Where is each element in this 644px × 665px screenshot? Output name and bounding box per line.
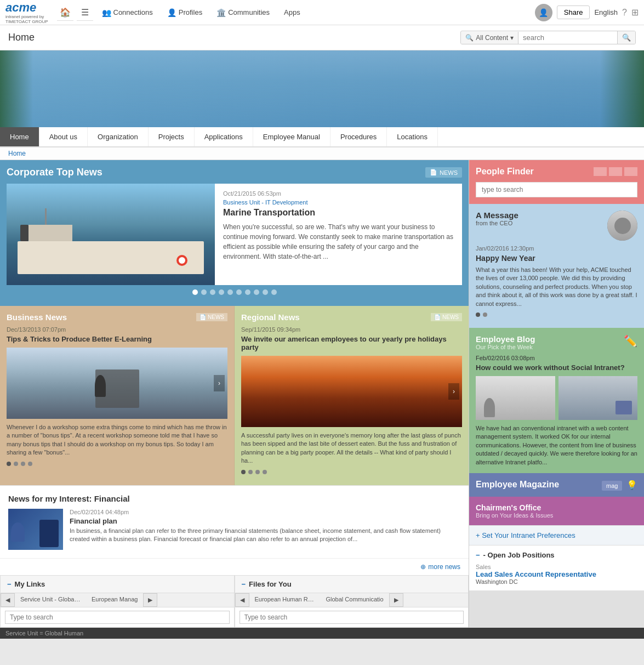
rn-dot-3[interactable] (255, 470, 260, 474)
news-icon: 📄 (430, 169, 437, 176)
business-next-arrow[interactable]: › (214, 375, 225, 391)
financial-card[interactable]: Dec/02/2014 04:48pm Financial plan In bu… (8, 509, 460, 550)
intranet-pref-label: + Set Your Intranet Preferences (476, 531, 575, 539)
ceo-message-widget: A Message from the CEO Jan/02/2016 12:30… (469, 204, 644, 328)
carousel-dot-4[interactable] (219, 289, 224, 295)
home-icon[interactable]: 🏠 (57, 4, 73, 21)
search-input[interactable] (518, 31, 617, 44)
regional-news-image (241, 356, 462, 427)
communities-nav[interactable]: 🏛️ Communities (211, 6, 275, 19)
regional-news-body: A successful party lives on in everyone'… (241, 431, 462, 465)
employee-mag-title: Employee Magazine (476, 480, 559, 490)
connections-icon: 👥 (102, 8, 111, 17)
ceo-dot-1[interactable] (476, 312, 480, 317)
bn-dot-4[interactable] (28, 462, 32, 466)
nav-tab-about[interactable]: About us (39, 127, 88, 146)
search-bar: 🔍 All Content ▾ 🔍 (460, 31, 636, 44)
lightbulb-icon: 💡 (626, 480, 637, 490)
files-collapse[interactable]: − (242, 580, 246, 588)
language-selector[interactable]: English (594, 8, 618, 16)
ceo-dot-2[interactable] (483, 312, 487, 317)
my-links-prev[interactable]: ◀ (1, 593, 15, 607)
employee-mag-widget[interactable]: Employee Magazine mag 💡 (469, 473, 644, 497)
logo[interactable]: acme intranet powered by TIMETOACT GROUP (5, 1, 48, 25)
bn-dot-2[interactable] (14, 462, 18, 466)
files-tab-1[interactable]: European Human Resources (249, 593, 321, 607)
apps-grid-icon[interactable]: ⊞ (631, 7, 639, 18)
nav-tab-locations[interactable]: Locations (387, 127, 438, 146)
files-search (235, 607, 469, 627)
nav-tab-applications[interactable]: Applications (195, 127, 253, 146)
my-links-search-input[interactable] (5, 611, 230, 624)
job-title[interactable]: Lead Sales Account Representative (476, 570, 637, 578)
regional-news-badge: 📄 NEWS (431, 313, 462, 321)
files-widget: − Files for You ◀ European Human Resourc… (235, 575, 469, 628)
my-links-search (1, 607, 234, 627)
carousel-dot-2[interactable] (201, 289, 207, 295)
job-location: Washington DC (476, 578, 637, 585)
bn-dot-1[interactable] (7, 462, 11, 466)
apps-nav[interactable]: Apps (278, 6, 306, 19)
menu-icon[interactable]: ☰ (77, 4, 93, 21)
carousel-dot-1[interactable] (192, 289, 198, 295)
files-search-input[interactable] (240, 611, 464, 624)
carousel-dot-7[interactable] (245, 289, 250, 295)
carousel-dot-8[interactable] (254, 289, 259, 295)
my-links-tab-1[interactable]: Service Unit - Global Human R... (15, 593, 86, 607)
jobs-collapse[interactable]: − (476, 551, 480, 559)
search-scope-selector[interactable]: 🔍 All Content ▾ (461, 32, 518, 44)
carousel-dot-6[interactable] (236, 289, 242, 295)
regional-news-date: Sep/11/2015 09:34pm (241, 326, 462, 333)
my-links-tab-2[interactable]: European Manag (86, 593, 143, 607)
nav-tab-home[interactable]: Home (0, 127, 39, 146)
files-next[interactable]: ▶ (389, 593, 403, 607)
more-news-link[interactable]: ⊕ more news (0, 558, 469, 575)
nav-tab-procedures[interactable]: Procedures (330, 127, 387, 146)
share-button[interactable]: Share (557, 5, 590, 19)
financial-content: Dec/02/2014 04:48pm Financial plan In bu… (70, 509, 460, 550)
corporate-news-card[interactable]: Oct/21/2015 06:53pm Business Unit - IT D… (7, 184, 462, 285)
search-button[interactable]: 🔍 (617, 31, 635, 44)
open-jobs-widget: − - Open Job Positions Sales Lead Sales … (469, 545, 644, 590)
my-links-next[interactable]: ▶ (143, 593, 157, 607)
files-prev[interactable]: ◀ (235, 593, 249, 607)
ceo-avatar (607, 211, 637, 241)
carousel-dot-9[interactable] (263, 289, 268, 295)
rn-dot-4[interactable] (263, 470, 267, 474)
bn-dot-3[interactable] (21, 462, 25, 466)
blog-date: Feb/02/2016 03:08pm (476, 355, 637, 361)
carousel-dot-3[interactable] (210, 289, 215, 295)
intranet-preferences[interactable]: + Set Your Intranet Preferences (469, 525, 644, 545)
chairmens-office-widget[interactable]: Chairmen's Office Bring on Your Ideas & … (469, 497, 644, 525)
corporate-news-content: Oct/21/2015 06:53pm Business Unit - IT D… (215, 184, 462, 285)
my-links-collapse[interactable]: − (7, 580, 12, 588)
ceo-message-title: A Message (476, 211, 518, 220)
nav-tab-projects[interactable]: Projects (149, 127, 195, 146)
corporate-news-title: Corporate Top News (7, 167, 102, 178)
page-header: Home 🔍 All Content ▾ 🔍 (0, 25, 644, 50)
files-tab-2[interactable]: Global Communicatio (321, 593, 389, 607)
content-area: Corporate Top News 📄 NEWS (0, 160, 644, 628)
business-news-body: Whenever I do a workshop some extra thin… (7, 423, 227, 457)
breadcrumb-home[interactable]: Home (8, 150, 26, 157)
help-icon[interactable]: ? (622, 8, 627, 18)
ceo-news-body: What a year this has been! With your hel… (476, 266, 637, 308)
blog-title: Employee Blog (476, 334, 535, 344)
corporate-news-image (7, 184, 215, 285)
financial-headline: Financial plan (70, 517, 460, 525)
nav-tab-employee-manual[interactable]: Employee Manual (253, 127, 330, 146)
connections-nav[interactable]: 👥 Connections (96, 6, 158, 19)
corporate-news-section: Corporate Top News 📄 NEWS (0, 160, 469, 306)
regional-next-arrow[interactable]: › (448, 383, 459, 400)
profiles-nav[interactable]: 👤 Profiles (162, 6, 208, 19)
carousel-dot-5[interactable] (227, 289, 233, 295)
people-finder-search[interactable] (476, 182, 637, 197)
regional-news-title: Regional News (241, 312, 300, 322)
carousel-dot-10[interactable] (271, 289, 277, 295)
rn-dot-2[interactable] (248, 470, 253, 474)
pencil-icon: ✏️ (624, 334, 637, 348)
ceo-news-headline: Happy New Year (476, 254, 637, 263)
rn-dot-1[interactable] (241, 470, 246, 474)
avatar[interactable]: 👤 (535, 4, 552, 21)
nav-tab-organization[interactable]: Organization (88, 127, 149, 146)
